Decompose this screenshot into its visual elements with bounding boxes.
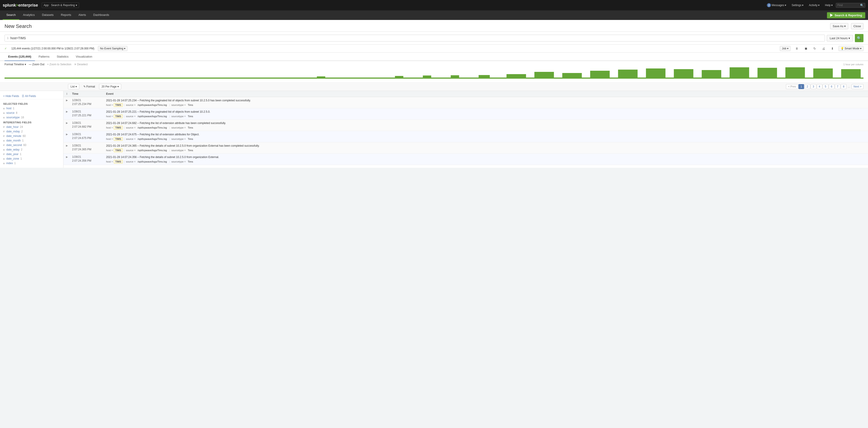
- field-sourcetype-type: a: [3, 116, 5, 119]
- row-expand-4[interactable]: ▶: [63, 132, 70, 136]
- field-source[interactable]: a source 8: [0, 111, 63, 115]
- event-time-2: 1/28/21 2:07:25.221 PM: [70, 110, 104, 117]
- row-expand-6[interactable]: ▶: [63, 155, 70, 158]
- page-6-button[interactable]: 6: [829, 84, 834, 89]
- page-1-button[interactable]: 1: [798, 84, 804, 89]
- prev-page-button[interactable]: < Prev: [786, 84, 798, 89]
- search-submit-button[interactable]: 🔍: [855, 34, 864, 42]
- field-date-minute[interactable]: # date_minute 60: [0, 134, 63, 138]
- field-date-hour-type: #: [3, 126, 5, 128]
- tab-visualization[interactable]: Visualization: [72, 53, 96, 61]
- field-date-wday[interactable]: a date_wday 2: [0, 147, 63, 152]
- field-date-year[interactable]: # date_year 1: [0, 152, 63, 156]
- row-expand-5[interactable]: ▶: [63, 144, 70, 147]
- smart-mode-button[interactable]: 💡 Smart Mode ▾: [839, 46, 864, 51]
- page-7-button[interactable]: 7: [835, 84, 841, 89]
- format-button[interactable]: ✎ Format: [82, 84, 96, 89]
- field-date-zone[interactable]: a date_zone 1: [0, 156, 63, 161]
- event-message-3: 2021-01-28 14:07:24.682 – Fetching the l…: [106, 121, 866, 125]
- format-timeline-label: Format Timeline: [4, 63, 24, 66]
- timeline-svg: [4, 67, 864, 79]
- field-date-month[interactable]: a date_month 1: [0, 138, 63, 143]
- pause-button[interactable]: ⏸: [794, 46, 800, 51]
- sidebar-item-search[interactable]: Search: [3, 10, 19, 20]
- field-date-mday[interactable]: # date_mday 2: [0, 129, 63, 134]
- tab-statistics[interactable]: Statistics: [53, 53, 72, 61]
- find-input[interactable]: [837, 4, 860, 7]
- page-3-button[interactable]: 3: [811, 84, 816, 89]
- zoom-to-selection-button[interactable]: + Zoom to Selection: [47, 63, 71, 66]
- field-date-hour[interactable]: # date_hour 24: [0, 125, 63, 129]
- zoom-out-button[interactable]: — Zoom Out: [29, 63, 44, 66]
- status-text: 120,444 events (1/27/21 2:00:00.000 PM t…: [11, 47, 94, 50]
- sourcetype-label-2: sourcetype =: [172, 115, 186, 118]
- time-range-button[interactable]: Last 24 hours ▾: [827, 35, 853, 41]
- page-header: New Search Save As ▾ Close: [0, 20, 868, 32]
- tab-patterns[interactable]: Patterns: [35, 53, 53, 61]
- download-button[interactable]: ⬇: [830, 46, 835, 51]
- next-label: Next >: [854, 85, 861, 88]
- tab-events[interactable]: Events (120,444): [4, 53, 35, 61]
- close-label: Close: [854, 25, 861, 28]
- field-date-zone-name: date_zone: [6, 157, 19, 160]
- row-expand-2[interactable]: ▶: [63, 110, 70, 113]
- all-fields-button[interactable]: ☰ All Fields: [22, 95, 36, 98]
- page-5-button[interactable]: 5: [823, 84, 828, 89]
- field-date-month-name: date_month: [6, 139, 21, 142]
- page-8-button[interactable]: 8: [841, 84, 846, 89]
- page-actions: Save As ▾ Close: [830, 23, 864, 29]
- activity-button[interactable]: Activity ▾: [807, 3, 822, 8]
- save-as-button[interactable]: Save As ▾: [830, 23, 848, 29]
- help-button[interactable]: Help ▾: [823, 3, 835, 8]
- app-dropdown[interactable]: App: Search & Reporting ▾: [42, 2, 79, 8]
- sidebar-item-alerts[interactable]: Alerts: [75, 10, 90, 20]
- line-number: 1: [7, 36, 9, 40]
- events-table: i Time Event ▶ 1/28/21 2:07:25.234 PM 20…: [63, 91, 868, 168]
- svg-rect-3: [562, 73, 582, 78]
- deselect-button[interactable]: ✕ Deselect: [74, 63, 88, 66]
- sidebar-item-datasets[interactable]: Datasets: [38, 10, 57, 20]
- row-expand-1[interactable]: ▶: [63, 98, 70, 102]
- settings-button[interactable]: Settings ▾: [789, 3, 806, 8]
- field-index[interactable]: a index 1: [0, 161, 63, 165]
- reports-nav-label: Reports: [61, 13, 71, 17]
- page-2-button[interactable]: 2: [805, 84, 810, 89]
- search-input[interactable]: [10, 36, 823, 40]
- host-label-3: host =: [106, 126, 113, 129]
- close-button[interactable]: Close: [851, 23, 864, 29]
- field-host-count: 1: [13, 107, 14, 110]
- per-page-button[interactable]: 20 Per Page ▾: [99, 84, 121, 89]
- page-4-button[interactable]: 4: [817, 84, 823, 89]
- all-fields-label: ☰ All Fields: [22, 95, 36, 98]
- host-label-1: host =: [106, 103, 113, 106]
- page-7-label: 7: [837, 85, 839, 88]
- messages-button[interactable]: 2 Messages ▾: [765, 2, 788, 8]
- event-message-4: 2021-01-28 14:07:24.675 – Fetching the l…: [106, 132, 866, 136]
- row-expand-3[interactable]: ▶: [63, 121, 70, 124]
- field-host[interactable]: a host 1: [0, 106, 63, 111]
- find-search-icon: 🔍: [860, 4, 864, 7]
- stop-button[interactable]: ⏹: [803, 46, 809, 51]
- sidebar-item-dashboards[interactable]: Dashboards: [90, 10, 113, 20]
- field-sourcetype[interactable]: a sourcetype 16: [0, 115, 63, 120]
- next-page-button[interactable]: Next >: [851, 84, 864, 89]
- search-reporting-button[interactable]: Search & Reporting: [827, 12, 865, 18]
- sourcetype-value-6: Tims: [187, 160, 194, 163]
- sampling-button[interactable]: No Event Sampling ▾: [98, 46, 127, 51]
- list-label: List: [70, 85, 75, 88]
- table-row: ▶ 1/28/21 2:07:25.234 PM 2021-01-28 14:0…: [63, 97, 868, 109]
- job-button[interactable]: Job ▾: [780, 46, 790, 51]
- settings-chevron-icon: ▾: [802, 4, 803, 7]
- print-button[interactable]: 🖨: [821, 46, 826, 51]
- field-date-second[interactable]: # date_second 60: [0, 143, 63, 147]
- sidebar-item-analytics[interactable]: Analytics: [19, 10, 38, 20]
- sidebar-item-reports[interactable]: Reports: [57, 10, 75, 20]
- list-button[interactable]: List ▾: [68, 84, 79, 89]
- refresh-button[interactable]: ↻: [812, 46, 817, 51]
- host-value-6: TIMS: [114, 160, 122, 163]
- format-timeline-button[interactable]: Format Timeline ▾: [4, 63, 26, 66]
- page-4-label: 4: [819, 85, 820, 88]
- hide-fields-button[interactable]: < Hide Fields: [3, 95, 19, 98]
- main-content: < Hide Fields ☰ All Fields SELECTED FIEL…: [0, 91, 868, 168]
- job-chevron-icon: ▾: [787, 47, 788, 50]
